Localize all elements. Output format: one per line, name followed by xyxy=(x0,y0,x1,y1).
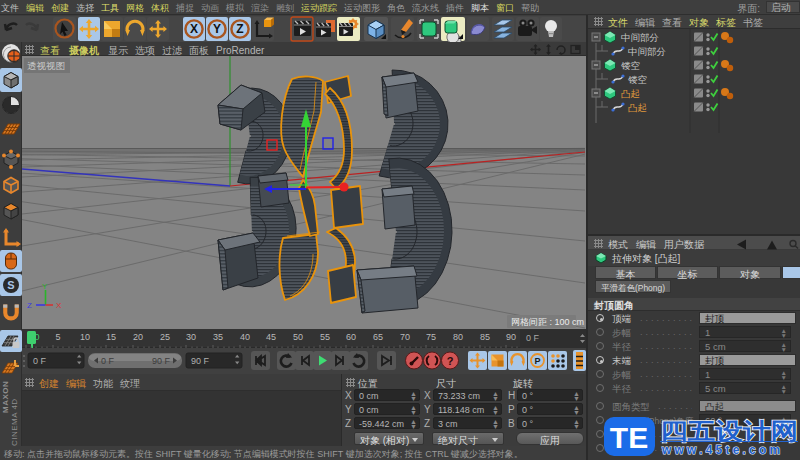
svg-text:Y: Y xyxy=(42,282,48,291)
svg-text:10: 10 xyxy=(80,332,90,342)
svg-text:20: 20 xyxy=(133,332,143,342)
svg-text:四五设计网: 四五设计网 xyxy=(660,418,798,444)
svg-text:凸起: 凸起 xyxy=(628,102,647,113)
svg-text:P: P xyxy=(534,356,540,366)
svg-text:15: 15 xyxy=(106,332,116,342)
svg-text:90 F: 90 F xyxy=(152,356,171,366)
svg-text:40: 40 xyxy=(240,332,250,342)
svg-text:45: 45 xyxy=(266,332,276,342)
svg-text:透视视图: 透视视图 xyxy=(27,60,65,71)
svg-text:0 F: 0 F xyxy=(526,333,540,343)
svg-text:CINEMA 4D: CINEMA 4D xyxy=(10,398,19,446)
svg-text:25: 25 xyxy=(160,332,170,342)
svg-text:MAXON: MAXON xyxy=(1,381,10,413)
svg-text:X: X xyxy=(190,22,198,36)
svg-text:50: 50 xyxy=(293,332,303,342)
svg-text:X: X xyxy=(56,301,62,310)
svg-text:中间部分: 中间部分 xyxy=(628,46,666,57)
svg-text:30: 30 xyxy=(186,332,196,342)
svg-text:55: 55 xyxy=(320,332,330,342)
svg-text:85: 85 xyxy=(480,332,490,342)
svg-text:Y: Y xyxy=(213,22,221,36)
svg-text:0 F: 0 F xyxy=(101,356,115,366)
svg-text:网格间距 : 100 cm: 网格间距 : 100 cm xyxy=(511,317,584,327)
svg-text:5: 5 xyxy=(55,332,60,342)
svg-text:90: 90 xyxy=(506,332,516,342)
svg-text:TE: TE xyxy=(610,421,648,454)
svg-text:中间部分: 中间部分 xyxy=(621,32,659,43)
svg-text:镂空: 镂空 xyxy=(628,74,647,85)
svg-text:凸起: 凸起 xyxy=(621,88,640,99)
svg-text:www.45te.com: www.45te.com xyxy=(661,443,783,457)
svg-text:35: 35 xyxy=(213,332,223,342)
svg-text:65: 65 xyxy=(373,332,383,342)
svg-text:90 F: 90 F xyxy=(191,356,210,366)
svg-text:80: 80 xyxy=(453,332,463,342)
svg-text:S: S xyxy=(7,279,14,291)
svg-text:镂空: 镂空 xyxy=(621,60,640,71)
svg-text:0 F: 0 F xyxy=(33,356,47,366)
svg-text:Z: Z xyxy=(236,22,243,36)
svg-text:?: ? xyxy=(447,355,454,367)
svg-text:75: 75 xyxy=(426,332,436,342)
svg-text:Z: Z xyxy=(27,301,32,310)
svg-text:60: 60 xyxy=(346,332,356,342)
svg-text:70: 70 xyxy=(400,332,410,342)
